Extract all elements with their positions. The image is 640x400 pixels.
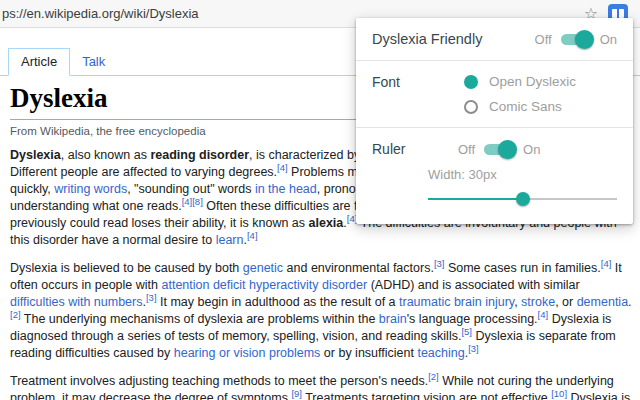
font-option-open-dyslexic[interactable]: Open Dyslexic (464, 74, 576, 89)
font-option-label: Comic Sans (489, 99, 562, 114)
ruler-toggle[interactable] (484, 144, 514, 155)
citation-link[interactable]: [4] (277, 162, 288, 173)
citation-link[interactable]: [5] (461, 326, 472, 337)
wiki-link[interactable]: hearing or vision problems (174, 346, 321, 360)
citation-link[interactable]: [2] (10, 309, 21, 320)
bold-term: reading disorder (150, 148, 249, 162)
radio-unselected-icon[interactable] (464, 100, 478, 114)
wiki-link[interactable]: difficulties with numbers (10, 295, 142, 309)
tab-article[interactable]: Article (8, 48, 70, 76)
ruler-toggle-on-label: On (523, 142, 540, 157)
enable-toggle-on-label: On (600, 32, 617, 47)
ruler-toggle-off-label: Off (458, 142, 475, 157)
extension-popup: Dyslexia Friendly Off On Font Open Dysle… (356, 18, 633, 224)
citation-link[interactable]: [3] (146, 292, 157, 303)
wiki-link[interactable]: traumatic brain injury (399, 295, 514, 309)
paragraph-3: Treatment involves adjusting teaching me… (10, 373, 632, 400)
ruler-width-slider-fill (428, 198, 523, 200)
wiki-link[interactable]: stroke (521, 295, 555, 309)
paragraph-2: Dyslexia is believed to be caused by bot… (10, 260, 632, 362)
font-option-label: Open Dyslexic (489, 74, 576, 89)
wiki-link[interactable]: attention deficit hyperactivity disorder (161, 278, 367, 292)
enable-toggle-knob[interactable] (575, 30, 594, 49)
citation-link[interactable]: [3] (468, 343, 479, 354)
wiki-link[interactable]: brain (379, 312, 407, 326)
citation-link[interactable]: [9] (291, 388, 302, 399)
enable-toggle-off-label: Off (535, 32, 552, 47)
citation-link[interactable]: [4] (538, 309, 549, 320)
ruler-width-label: Width: 30px (428, 167, 617, 182)
bold-term: Dyslexia (10, 148, 61, 162)
font-option-comic-sans[interactable]: Comic Sans (464, 99, 576, 114)
citation-link[interactable]: [4] (182, 196, 193, 207)
bold-term: alexia (309, 216, 344, 230)
wiki-link[interactable]: in the head (255, 182, 317, 196)
citation-link[interactable]: [2] (428, 371, 439, 382)
enable-toggle[interactable] (561, 34, 591, 45)
wiki-link[interactable]: learn (216, 233, 244, 247)
citation-link[interactable]: [10] (551, 388, 567, 399)
ruler-width-slider[interactable] (428, 192, 617, 206)
wiki-link[interactable]: dementia (577, 295, 628, 309)
ruler-section-label: Ruler (372, 141, 450, 157)
citation-link[interactable]: [4] (247, 230, 258, 241)
citation-link[interactable]: [4] (601, 258, 612, 269)
radio-selected-icon[interactable] (464, 75, 478, 89)
ruler-width-slider-knob[interactable] (516, 192, 530, 206)
wiki-link[interactable]: teaching (417, 346, 464, 360)
wiki-link[interactable]: writing words (54, 182, 127, 196)
tab-talk[interactable]: Talk (70, 49, 117, 75)
wiki-link[interactable]: genetic (243, 261, 283, 275)
font-section-label: Font (372, 74, 450, 90)
ruler-toggle-knob[interactable] (498, 140, 517, 159)
popup-title: Dyslexia Friendly (372, 31, 482, 47)
citation-link[interactable]: [3] (434, 258, 445, 269)
citation-link[interactable]: [8] (192, 196, 203, 207)
